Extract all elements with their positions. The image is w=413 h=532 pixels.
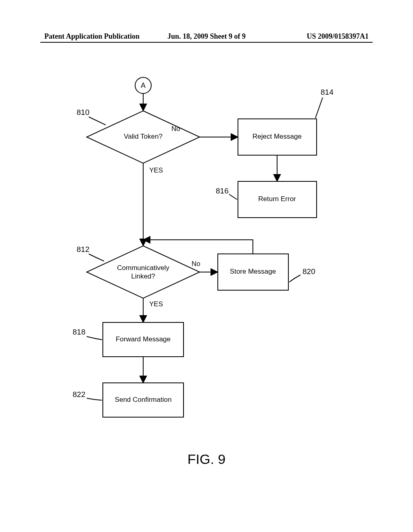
edge-820-loopback <box>143 240 253 254</box>
edge-label-yes-2: YES <box>149 300 163 308</box>
box-send-confirmation: Send Confirmation <box>103 383 184 417</box>
ref-818: 818 <box>73 328 86 336</box>
box-return-error-text: Return Error <box>258 195 296 203</box>
ref-812: 812 <box>77 245 90 254</box>
ref-820: 820 <box>302 267 315 276</box>
edge-label-no-2: No <box>192 260 200 268</box>
box-store-message-text: Store Message <box>230 268 276 275</box>
header-date-sheet: Jun. 18, 2009 Sheet 9 of 9 <box>167 32 246 41</box>
decision-comm-linked-line1: Communicatively <box>117 264 169 272</box>
edge-label-yes-1: YES <box>149 166 163 174</box>
ref-810: 810 <box>77 108 90 116</box>
leader-812 <box>89 254 104 261</box>
decision-comm-linked-line2: Linked? <box>131 272 155 280</box>
leader-818 <box>87 337 102 340</box>
figure-caption: FIG. 9 <box>0 451 413 467</box>
header-application: Patent Application Publication <box>44 32 140 41</box>
decision-valid-token: Valid Token? <box>87 111 200 163</box>
decision-comm-linked: Communicatively Linked? <box>87 246 200 298</box>
ref-816: 816 <box>216 187 229 195</box>
svg-marker-4 <box>87 246 200 298</box>
leader-814 <box>315 98 323 118</box>
flowchart: A Valid Token? No YES Reject Message Ret… <box>32 60 355 443</box>
box-store-message: Store Message <box>218 254 288 290</box>
box-forward-message-text: Forward Message <box>116 335 171 343</box>
leader-820 <box>289 275 300 282</box>
box-reject-message-text: Reject Message <box>252 133 302 140</box>
leader-810 <box>89 117 106 125</box>
ref-822: 822 <box>73 390 86 399</box>
decision-valid-token-text: Valid Token? <box>124 133 163 140</box>
connector-a-label: A <box>141 81 146 89</box>
ref-814: 814 <box>321 88 334 96</box>
leader-822 <box>87 398 102 400</box>
box-return-error: Return Error <box>238 181 317 218</box>
header-rule <box>40 42 373 43</box>
box-send-confirmation-text: Send Confirmation <box>115 396 172 403</box>
box-forward-message: Forward Message <box>103 322 184 357</box>
leader-816 <box>229 194 237 200</box>
header-pub-number: US 2009/0158397A1 <box>307 32 369 41</box>
box-reject-message: Reject Message <box>238 119 317 155</box>
edge-label-no-1: No <box>171 125 180 133</box>
connector-a: A <box>135 77 151 94</box>
